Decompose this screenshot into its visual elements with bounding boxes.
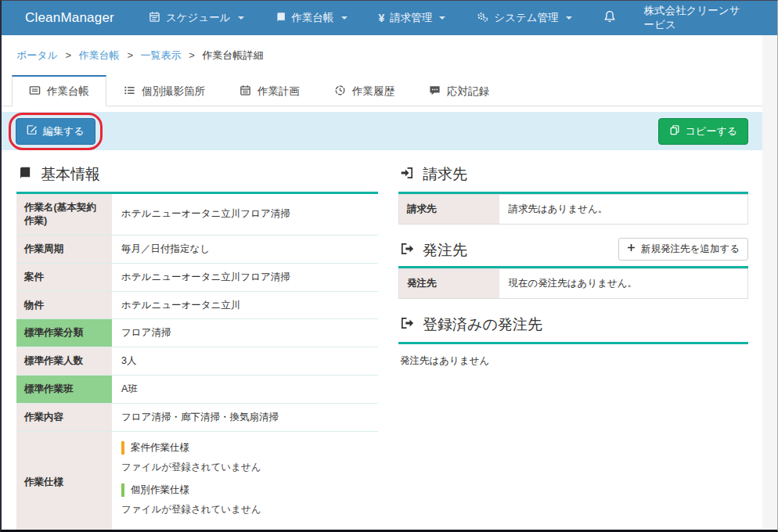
card-icon (29, 84, 41, 99)
calendar-icon (240, 84, 251, 99)
row-value: 現在の発注先はありません。 (499, 269, 748, 299)
page-content: ポータル > 作業台帳 > 一覧表示 > 作業台帳詳細 作業台帳 個別撮影箇所 (2, 35, 762, 532)
nav-label: 作業台帳 (292, 11, 334, 25)
tab-label: 応対記録 (447, 84, 489, 99)
user-company-menu[interactable]: 株式会社クリーンサービス (644, 4, 744, 32)
action-toolbar: 編集する コピーする (2, 112, 762, 150)
sign-out-icon (400, 242, 414, 260)
row-label: 標準作業人数 (16, 347, 112, 376)
breadcrumb-separator: > (189, 49, 195, 61)
row-label: 請求先 (399, 195, 499, 225)
tab-label: 個別撮影箇所 (142, 84, 205, 99)
nav-item-schedule[interactable]: スケジュール (149, 11, 244, 25)
table-row: 作業周期 毎月／日付指定なし (16, 235, 378, 263)
comment-icon (429, 84, 441, 99)
row-value: 請求先はありません。 (499, 195, 748, 225)
book-icon (18, 166, 32, 184)
brand-logo[interactable]: CleanManager (2, 10, 149, 26)
table-row: 請求先 請求先はありません。 (399, 195, 748, 225)
tab-label: 作業計画 (258, 84, 300, 99)
row-label: 作業内容 (16, 404, 112, 432)
copy-button[interactable]: コピーする (658, 118, 748, 145)
edit-button-label: 編集する (43, 124, 85, 138)
row-value: 3人 (112, 347, 378, 376)
table-row-work-spec: 作業仕様 案件作業仕様 ファイルが登録されていません 個別作業仕様 ファイルが登… (16, 431, 378, 532)
yen-icon: ¥ (379, 12, 385, 24)
nav-label: システム管理 (494, 11, 558, 25)
table-row: 案件 ホテルニューオータニ立川フロア清掃 (16, 263, 378, 291)
chevron-down-icon (341, 16, 348, 20)
bell-icon[interactable] (603, 10, 616, 27)
registered-orders-heading: 登録済みの発注先 (398, 311, 748, 344)
work-spec-cell: 案件作業仕様 ファイルが登録されていません 個別作業仕様 ファイルが登録されてい… (112, 431, 378, 532)
edit-button[interactable]: 編集する (16, 118, 95, 145)
row-value: フロア清掃 (112, 319, 378, 347)
row-label: 物件 (16, 291, 112, 319)
chevron-down-icon (439, 16, 445, 20)
nav-label: 請求管理 (390, 11, 432, 25)
spec-section-note: ファイルが登録されていません (121, 503, 369, 516)
tab-bar: 作業台帳 個別撮影箇所 作業計画 作業履歴 (2, 75, 762, 106)
row-value: フロア清掃・廊下清掃・換気扇清掃 (112, 404, 378, 432)
section-title: 発注先 (423, 240, 467, 261)
row-label: 発注先 (399, 269, 499, 299)
nav-item-billing[interactable]: ¥ 請求管理 (379, 11, 446, 25)
row-value: ホテルニューオータニ立川フロア清掃 (112, 263, 378, 291)
tab-response-records[interactable]: 応対記録 (412, 75, 506, 106)
chevron-down-icon (238, 16, 244, 20)
right-panel: 請求先 請求先 請求先はありません。 発注先 (398, 161, 748, 532)
navbar-right: 株式会社クリーンサービス (603, 4, 777, 32)
row-value: ホテルニューオータニ立川 (112, 291, 378, 319)
table-row: 作業名(基本契約作業) ホテルニューオータニ立川フロア清掃 (16, 194, 378, 235)
breadcrumb-list-view[interactable]: 一覧表示 (141, 49, 182, 61)
registered-orders-empty-text: 発注先はありません (398, 344, 748, 378)
spec-section-note: ファイルが登録されていません (121, 461, 369, 474)
billing-table: 請求先 請求先はありません。 (398, 194, 748, 225)
nav-label: スケジュール (166, 11, 231, 25)
top-navbar: CleanManager スケジュール 作業台帳 ¥ 請求管理 システム管理 (2, 1, 777, 35)
history-icon (334, 84, 346, 99)
row-label: 作業仕様 (16, 431, 112, 532)
tab-work-history[interactable]: 作業履歴 (317, 75, 412, 106)
copy-icon (669, 124, 680, 138)
basic-info-heading: 基本情報 (16, 161, 378, 194)
orders-table: 発注先 現在の発注先はありません。 (398, 268, 748, 299)
breadcrumb: ポータル > 作業台帳 > 一覧表示 > 作業台帳詳細 (2, 35, 762, 72)
list-icon (124, 84, 135, 99)
row-label: 作業名(基本契約作業) (16, 194, 112, 235)
copy-button-label: コピーする (686, 124, 737, 138)
breadcrumb-separator: > (66, 49, 72, 61)
row-value: 毎月／日付指定なし (112, 235, 378, 263)
billing-heading: 請求先 (398, 161, 748, 194)
add-order-destination-button[interactable]: 新規発注先を追加する (618, 238, 748, 261)
table-row: 標準作業人数 3人 (16, 347, 378, 376)
basic-info-table: 作業名(基本契約作業) ホテルニューオータニ立川フロア清掃 作業周期 毎月／日付… (16, 194, 378, 532)
tab-label: 作業履歴 (352, 84, 394, 99)
row-label: 作業周期 (16, 235, 112, 263)
row-label: 標準作業班 (16, 376, 112, 404)
basic-info-panel: 基本情報 作業名(基本契約作業) ホテルニューオータニ立川フロア清掃 作業周期 … (16, 161, 378, 532)
breadcrumb-current: 作業台帳詳細 (202, 49, 263, 61)
chevron-down-icon (566, 16, 572, 20)
breadcrumb-work-ledger[interactable]: 作業台帳 (79, 49, 120, 61)
app-window: CleanManager スケジュール 作業台帳 ¥ 請求管理 システム管理 (0, 0, 778, 532)
gears-icon (477, 11, 488, 25)
orders-heading: 発注先 (398, 237, 469, 261)
section-title: 登録済みの発注先 (423, 315, 542, 335)
tab-work-plan[interactable]: 作業計画 (222, 75, 317, 106)
breadcrumb-portal[interactable]: ポータル (16, 49, 58, 61)
row-value: A班 (112, 376, 378, 404)
pencil-square-icon (27, 124, 38, 138)
nav-item-work-ledger[interactable]: 作業台帳 (276, 11, 348, 25)
book-icon (276, 12, 286, 25)
tab-label: 作業台帳 (47, 84, 89, 99)
sign-out-icon (400, 316, 414, 334)
tab-individual-photo-spots[interactable]: 個別撮影箇所 (106, 75, 222, 106)
breadcrumb-separator: > (127, 49, 133, 61)
row-value: ホテルニューオータニ立川フロア清掃 (112, 194, 378, 235)
nav-item-system[interactable]: システム管理 (477, 11, 571, 25)
table-row-highlighted: 標準作業班 A班 (16, 376, 378, 404)
add-order-button-label: 新規発注先を追加する (641, 243, 740, 256)
table-row: 作業内容 フロア清掃・廊下清掃・換気扇清掃 (16, 404, 378, 432)
tab-work-ledger[interactable]: 作業台帳 (12, 75, 106, 106)
